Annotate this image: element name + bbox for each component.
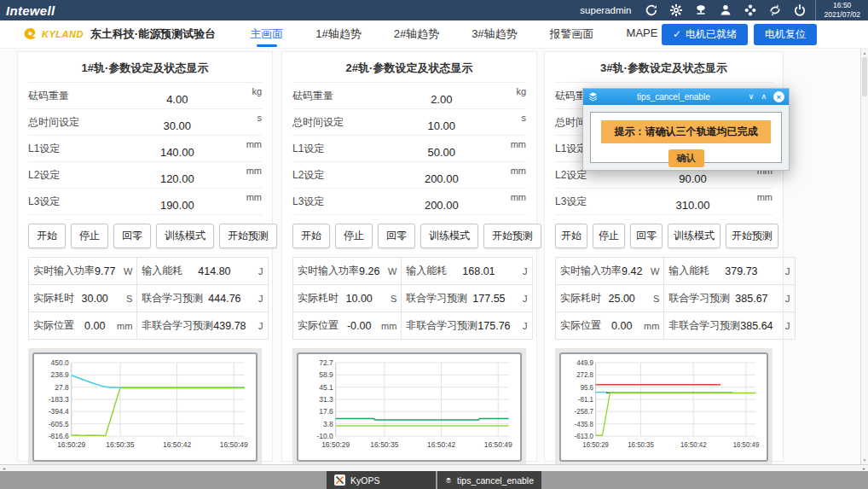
status-value: 0.00 [74, 320, 115, 332]
param-value-field[interactable]: 2.00 [386, 93, 497, 106]
status-label: 非联合学习预测 [668, 318, 740, 333]
tab-axis1-trend[interactable]: 1#轴趋势 [315, 22, 361, 47]
param-value-field[interactable]: 190.00 [122, 199, 233, 212]
confirm-button[interactable]: 确认 [668, 149, 704, 167]
param-label: L2设定 [292, 168, 386, 183]
tab-axis2-trend[interactable]: 2#轴趋势 [394, 22, 439, 47]
train-mode-button[interactable]: 训练模式 [420, 224, 478, 248]
table-row: 实时输入功率9.42W 输入能耗379.73J [556, 258, 796, 285]
dialog-titlebar[interactable]: tips_cancel_enable ∨ ∧ × [583, 89, 789, 105]
status-label: 实际耗时 [560, 291, 601, 306]
svg-text:-816.6: -816.6 [49, 432, 69, 440]
param-value-field[interactable]: 10.00 [386, 119, 497, 132]
status-unit: S [115, 294, 132, 304]
kyland-brand-text: KYLAND [42, 29, 84, 39]
param-label: 总时间设定 [28, 115, 122, 130]
taskbar-item-kyops[interactable]: KyOPS [327, 471, 436, 489]
param-unit: mm [497, 192, 526, 202]
track-panel: 2#轨·参数设定及状态显示 砝码重量 2.00 kg 总时间设定 10.00 s… [281, 51, 537, 462]
chart-box: 450.0238.927.8-183.3-394.4-605.5-816.616… [28, 348, 262, 466]
param-value-field[interactable]: 120.00 [122, 172, 233, 185]
status-value: 439.78 [213, 320, 246, 332]
motor-actions: ✓ 电机已就绪 电机复位 [662, 24, 817, 45]
svg-text:58.9: 58.9 [319, 370, 333, 379]
stop-button[interactable]: 停止 [71, 224, 108, 248]
param-value-field[interactable]: 4.00 [122, 93, 233, 106]
tab-alarm-screen[interactable]: 报警画面 [550, 22, 594, 47]
sync-icon[interactable] [768, 3, 782, 17]
motor-ready-button[interactable]: ✓ 电机已就绪 [662, 24, 748, 45]
svg-text:16:50:42: 16:50:42 [427, 440, 455, 449]
svg-text:95.6: 95.6 [581, 382, 594, 392]
status-unit: J [511, 294, 528, 304]
start-button[interactable]: 开始 [292, 224, 330, 248]
param-unit: mm [497, 166, 526, 176]
network-icon[interactable] [694, 3, 708, 17]
param-value-field[interactable]: 50.00 [386, 146, 497, 159]
app-navbar: KYLAND 东土科技·能源预测试验台 主画面 1#轴趋势 2#轴趋势 3#轴趋… [0, 20, 868, 49]
param-list: 砝码重量 2.00 kg 总时间设定 10.00 s L1设定 50.00 mm… [292, 82, 526, 215]
zero-return-button[interactable]: 回零 [113, 224, 151, 248]
dialog-title: tips_cancel_enable [604, 92, 744, 102]
zero-return-button[interactable]: 回零 [378, 224, 415, 248]
horizontal-scrollbar[interactable]: ◄ ► [0, 464, 868, 471]
tab-axis3-trend[interactable]: 3#轴趋势 [472, 22, 517, 47]
table-row: 实际耗时25.00S 联合学习预测385.67J [556, 285, 796, 312]
status-label: 实际位置 [33, 318, 74, 333]
svg-text:27.8: 27.8 [55, 382, 69, 391]
dialog-message: 提示：请确认三个轨道均已完成 [601, 120, 771, 143]
param-value-field[interactable]: 310.00 [642, 199, 744, 212]
scroll-down-icon[interactable]: ▼ [861, 457, 868, 463]
clock: 16:50 2021/07/02 [815, 0, 868, 21]
svg-text:449.9: 449.9 [576, 358, 593, 367]
status-label: 实时输入功率 [33, 264, 95, 278]
refresh-icon[interactable] [645, 3, 658, 17]
tab-mape[interactable]: MAPE [627, 22, 658, 47]
scrollbar-thumb[interactable] [862, 57, 867, 96]
table-row: 实时输入功率9.26W 输入能耗168.01J [293, 258, 533, 285]
param-value-field[interactable]: 140.00 [122, 146, 233, 159]
vertical-scrollbar[interactable]: ▲ ▼ [860, 49, 868, 464]
motor-reset-button[interactable]: 电机复位 [754, 24, 817, 45]
svg-text:16:50:49: 16:50:49 [484, 440, 512, 449]
minimize-icon[interactable]: ∨ [749, 93, 755, 101]
param-row: L3设定 190.00 mm [28, 188, 262, 214]
maximize-icon[interactable]: ∧ [761, 93, 767, 101]
param-label: L3设定 [292, 195, 386, 209]
param-unit: mm [233, 192, 262, 202]
scroll-up-icon[interactable]: ▲ [861, 50, 868, 55]
user-icon[interactable] [719, 3, 732, 17]
apps-icon[interactable] [744, 3, 757, 17]
param-unit: s [233, 113, 262, 123]
settings-gear-icon[interactable] [669, 3, 683, 17]
start-predict-button[interactable]: 开始预测 [219, 224, 277, 248]
chart-box: 449.9272.895.6-81.1-258.7-435.8-613.016:… [555, 348, 773, 466]
stop-button[interactable]: 停止 [335, 224, 373, 248]
power-icon[interactable] [793, 3, 807, 17]
zero-return-button[interactable]: 回零 [630, 224, 663, 248]
status-table: 实时输入功率9.42W 输入能耗379.73J 实际耗时25.00S 联合学习预… [555, 257, 796, 340]
svg-text:-435.8: -435.8 [575, 419, 594, 428]
svg-text:16:50:49: 16:50:49 [733, 440, 760, 449]
status-value: 9.77 [95, 265, 115, 277]
param-value-field[interactable]: 30.00 [122, 119, 233, 132]
param-unit: mm [497, 139, 526, 149]
start-button[interactable]: 开始 [555, 224, 587, 248]
param-unit: s [497, 113, 526, 123]
status-value: 414.80 [182, 265, 246, 277]
taskbar-item-tips[interactable]: tips_cancel_enable [437, 471, 541, 489]
close-icon[interactable]: × [773, 91, 784, 102]
start-button[interactable]: 开始 [28, 224, 66, 248]
param-label: L1设定 [292, 142, 386, 156]
param-value-field[interactable]: 90.00 [642, 172, 744, 185]
tab-main-screen[interactable]: 主画面 [250, 22, 283, 47]
train-mode-button[interactable]: 训练模式 [156, 224, 214, 248]
status-label: 实时输入功率 [560, 264, 622, 278]
start-predict-button[interactable]: 开始预测 [726, 224, 778, 248]
param-value-field[interactable]: 200.00 [386, 172, 497, 185]
param-value-field[interactable]: 200.00 [386, 199, 497, 212]
start-predict-button[interactable]: 开始预测 [483, 224, 541, 248]
train-mode-button[interactable]: 训练模式 [668, 224, 720, 248]
stop-button[interactable]: 停止 [593, 224, 625, 248]
panel-title: 2#轨·参数设定及状态显示 [292, 52, 526, 82]
